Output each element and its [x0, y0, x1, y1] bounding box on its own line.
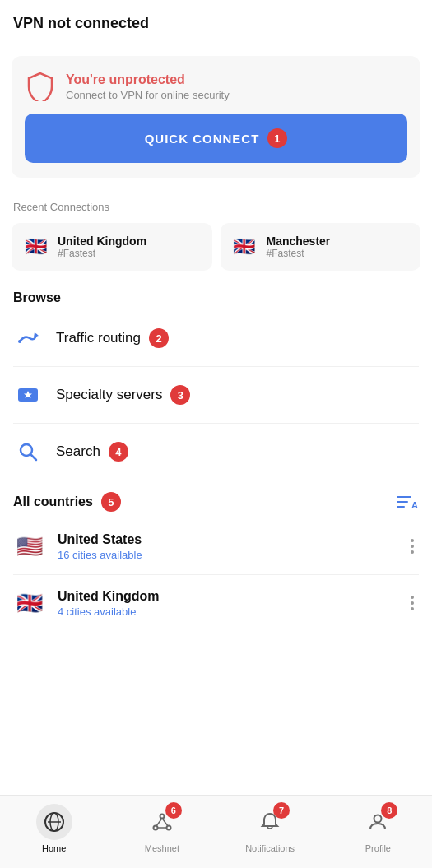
quick-connect-button[interactable]: QUICK CONNECT 1 [25, 114, 407, 163]
notifications-badge: 7 [273, 802, 290, 819]
notifications-icon-wrap: 7 [252, 804, 288, 840]
shield-icon [25, 71, 56, 102]
header: VPN not connected [0, 0, 432, 44]
nav-item-meshnet[interactable]: 6 Meshnet [108, 804, 216, 853]
svg-point-1 [18, 340, 21, 343]
profile-icon-wrap: 8 [360, 804, 396, 840]
specialty-servers-icon [13, 380, 43, 410]
specialty-servers-label: Specialty servers [56, 387, 162, 403]
nav-label-notifications: Notifications [245, 843, 295, 853]
browse-item-traffic-routing[interactable]: Traffic routing 2 [0, 310, 432, 366]
traffic-routing-label: Traffic routing [56, 330, 141, 346]
svg-point-15 [166, 826, 170, 830]
svg-line-17 [162, 819, 168, 827]
nav-label-meshnet: Meshnet [145, 843, 179, 853]
recent-card-sub-1: #Fastest [267, 248, 331, 259]
traffic-routing-icon [13, 323, 43, 353]
country-dots-us[interactable] [406, 536, 419, 557]
meshnet-icon-wrap: 6 [144, 804, 180, 840]
country-item-uk[interactable]: 🇬🇧 United Kingdom 4 cities available [0, 575, 432, 631]
search-label: Search [56, 443, 100, 460]
nav-item-home[interactable]: Home [0, 804, 108, 853]
country-cities-uk: 4 cities available [58, 606, 394, 618]
svg-point-13 [160, 815, 164, 819]
recent-flag-1: 🇬🇧 [230, 233, 258, 261]
sort-button[interactable]: A [394, 492, 419, 512]
protection-card: You're unprotected Connect to VPN for on… [12, 56, 420, 178]
home-icon [44, 811, 65, 833]
recent-card-name-1: Manchester [267, 234, 331, 248]
svg-point-14 [153, 826, 157, 830]
recent-card-sub-0: #Fastest [58, 248, 146, 259]
specialty-servers-badge: 3 [170, 385, 190, 405]
browse-label: Browse [0, 282, 432, 310]
country-flag-us: 🇺🇸 [13, 530, 46, 563]
countries-header: All countries 5 A [0, 480, 432, 518]
bottom-nav: Home 6 Meshnet 7 Notifications [0, 795, 432, 868]
nav-item-profile[interactable]: 8 Profile [324, 804, 432, 853]
country-flag-uk: 🇬🇧 [13, 587, 46, 620]
countries-header-label: All countries [13, 494, 93, 509]
quick-connect-label: QUICK CONNECT [145, 132, 260, 146]
svg-line-5 [31, 455, 37, 461]
home-icon-wrap [36, 804, 72, 840]
page-title: VPN not connected [13, 15, 149, 31]
recent-card-name-0: United Kingdom [58, 234, 146, 248]
nav-item-notifications[interactable]: 7 Notifications [216, 804, 324, 853]
nav-label-home: Home [42, 843, 66, 853]
svg-line-16 [156, 819, 162, 827]
browse-item-specialty-servers[interactable]: Specialty servers 3 [0, 367, 432, 423]
search-icon [13, 437, 43, 466]
recent-card-0[interactable]: 🇬🇧 United Kingdom #Fastest [12, 223, 212, 271]
meshnet-badge: 6 [165, 802, 182, 819]
connect-hint: Connect to VPN for online security [66, 89, 230, 101]
profile-badge: 8 [381, 802, 397, 819]
search-badge: 4 [109, 442, 128, 462]
country-item-us[interactable]: 🇺🇸 United States 16 cities available [0, 518, 432, 574]
nav-label-profile: Profile [365, 843, 391, 853]
svg-point-19 [374, 815, 382, 823]
svg-text:A: A [411, 500, 418, 510]
traffic-routing-badge: 2 [149, 328, 169, 348]
recent-flag-0: 🇬🇧 [21, 233, 49, 261]
unprotected-label: You're unprotected [66, 72, 230, 87]
country-name-us: United States [58, 532, 394, 547]
countries-header-badge: 5 [101, 492, 121, 512]
country-dots-uk[interactable] [406, 592, 419, 614]
country-name-uk: United Kingdom [58, 589, 394, 604]
country-cities-us: 16 cities available [58, 549, 394, 561]
browse-item-search[interactable]: Search 4 [0, 424, 432, 480]
recent-connections-list: 🇬🇧 United Kingdom #Fastest 🇬🇧 Manchester… [0, 220, 432, 282]
quick-connect-badge: 1 [267, 128, 287, 148]
recent-connections-label: Recent Connections [0, 189, 432, 220]
recent-card-1[interactable]: 🇬🇧 Manchester #Fastest [221, 223, 421, 271]
protection-text: You're unprotected Connect to VPN for on… [66, 72, 230, 101]
